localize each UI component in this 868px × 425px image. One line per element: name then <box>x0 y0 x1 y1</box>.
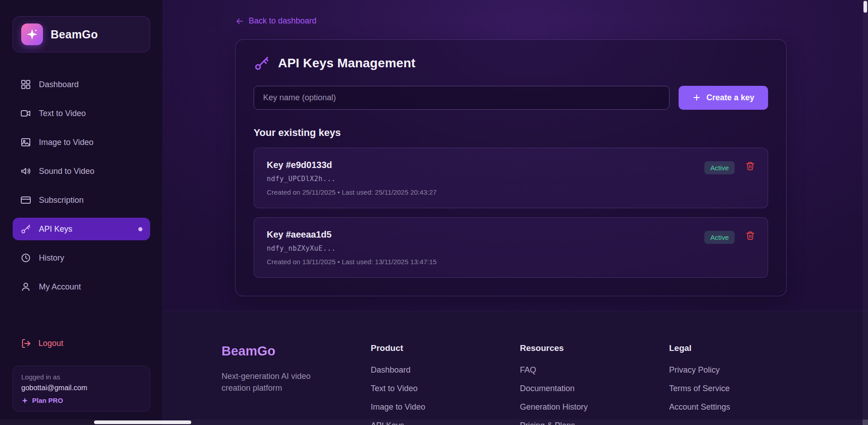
logout-icon <box>21 338 31 349</box>
footer-link-image-to-video[interactable]: Image to Video <box>371 403 520 411</box>
key-name-input[interactable] <box>254 86 670 110</box>
sidebar-item-label: Sound to Video <box>39 167 94 176</box>
key-row: Key #aeeaa1d5 ndfy_nbZXyXuE... Created o… <box>254 217 768 278</box>
sidebar-item-image-to-video[interactable]: Image to Video <box>13 131 150 154</box>
plus-icon <box>692 93 701 102</box>
create-key-label: Create a key <box>706 93 754 103</box>
sidebar-item-dashboard[interactable]: Dashboard <box>13 73 150 96</box>
status-badge: Active <box>704 231 735 244</box>
sidebar-item-subscription[interactable]: Subscription <box>13 189 150 211</box>
key-meta: Created on 13/11/2025 • Last used: 13/11… <box>267 258 437 266</box>
footer-column-title: Product <box>371 344 520 352</box>
active-indicator-dot <box>138 227 142 231</box>
existing-keys-heading: Your existing keys <box>254 127 768 139</box>
horizontal-scrollbar-thumb[interactable] <box>94 420 191 424</box>
back-arrow-icon <box>235 17 244 26</box>
plan-sparkle-icon <box>21 397 28 404</box>
footer-link-dashboard[interactable]: Dashboard <box>371 366 520 374</box>
footer-brand: BeamGo <box>222 344 371 359</box>
logo-text: BeamGo <box>51 28 98 41</box>
sidebar-item-label: History <box>39 253 64 263</box>
footer-link-privacy-policy[interactable]: Privacy Policy <box>669 366 868 374</box>
page-title: API Keys Management <box>278 56 415 70</box>
footer-column-resources: Resources FAQ Documentation Generation H… <box>520 344 669 425</box>
sidebar: BeamGo Dashboard Text to Video Image to … <box>0 0 163 425</box>
user-icon <box>20 281 31 292</box>
footer-column-legal: Legal Privacy Policy Terms of Service Ac… <box>669 344 868 425</box>
sidebar-item-label: My Account <box>39 282 81 292</box>
scrollbar-corner <box>863 420 868 425</box>
footer-column-product: Product Dashboard Text to Video Image to… <box>371 344 520 425</box>
sidebar-item-my-account[interactable]: My Account <box>13 276 150 298</box>
main-area: Back to dashboard API Keys Management Cr… <box>163 0 868 425</box>
back-to-dashboard-link[interactable]: Back to dashboard <box>235 16 316 26</box>
footer-tagline: Next-generation AI video creation platfo… <box>222 370 328 394</box>
footer-column-title: Legal <box>669 344 868 352</box>
sidebar-item-api-keys[interactable]: API Keys <box>13 218 150 240</box>
back-link-label: Back to dashboard <box>249 16 316 26</box>
footer-link-documentation[interactable]: Documentation <box>520 384 669 392</box>
sidebar-item-label: Image to Video <box>39 138 94 147</box>
logo[interactable]: BeamGo <box>13 16 150 52</box>
key-actions: Active <box>704 160 755 196</box>
vertical-scrollbar-thumb[interactable] <box>863 1 867 13</box>
sidebar-nav: Dashboard Text to Video Image to Video S… <box>13 73 150 298</box>
create-key-button[interactable]: Create a key <box>679 86 768 110</box>
sidebar-item-label: API Keys <box>39 224 72 234</box>
footer-column-title: Resources <box>520 344 669 352</box>
sidebar-item-label: Dashboard <box>39 80 79 89</box>
credit-card-icon <box>20 195 31 205</box>
key-actions: Active <box>704 229 755 266</box>
speaker-icon <box>20 166 31 177</box>
account-card: Logged in as gobottai@gmail.com Plan PRO <box>13 366 150 411</box>
footer-brand-column: BeamGo Next-generation AI video creation… <box>222 344 371 425</box>
key-name: Key #e9d0133d <box>267 160 437 170</box>
footer: BeamGo Next-generation AI video creation… <box>163 311 868 425</box>
key-prefix: ndfy_UPCDlX2h... <box>267 175 437 183</box>
key-icon <box>254 55 270 71</box>
video-camera-icon <box>20 108 31 119</box>
image-icon <box>20 137 31 148</box>
dashboard-icon <box>20 79 31 90</box>
key-info: Key #e9d0133d ndfy_UPCDlX2h... Created o… <box>267 160 437 196</box>
account-email: gobottai@gmail.com <box>21 384 142 392</box>
logout-button[interactable]: Logout <box>13 334 150 353</box>
delete-key-button[interactable] <box>745 161 755 171</box>
sidebar-item-label: Text to Video <box>39 109 86 118</box>
plan-badge: Plan PRO <box>21 397 142 404</box>
beamgo-logo-icon <box>21 23 43 45</box>
footer-link-text-to-video[interactable]: Text to Video <box>371 384 520 392</box>
horizontal-scrollbar <box>0 420 863 425</box>
logout-label: Logout <box>38 339 63 348</box>
key-icon <box>20 224 31 234</box>
panel-header: API Keys Management <box>254 55 768 71</box>
sidebar-item-sound-to-video[interactable]: Sound to Video <box>13 160 150 182</box>
plan-label: Plan PRO <box>32 397 63 404</box>
delete-key-button[interactable] <box>745 231 755 240</box>
sidebar-item-history[interactable]: History <box>13 247 150 269</box>
create-key-form: Create a key <box>254 86 768 110</box>
vertical-scrollbar <box>863 0 868 420</box>
key-row: Key #e9d0133d ndfy_UPCDlX2h... Created o… <box>254 148 768 208</box>
status-badge: Active <box>704 161 735 174</box>
footer-link-faq[interactable]: FAQ <box>520 366 669 374</box>
footer-link-generation-history[interactable]: Generation History <box>520 403 669 411</box>
page-content: Back to dashboard API Keys Management Cr… <box>163 0 868 311</box>
history-icon <box>20 252 31 263</box>
footer-link-terms-of-service[interactable]: Terms of Service <box>669 384 868 392</box>
sidebar-item-label: Subscription <box>39 196 84 205</box>
sidebar-item-text-to-video[interactable]: Text to Video <box>13 102 150 125</box>
key-info: Key #aeeaa1d5 ndfy_nbZXyXuE... Created o… <box>267 229 437 266</box>
key-name: Key #aeeaa1d5 <box>267 229 437 240</box>
logged-in-as-label: Logged in as <box>21 373 142 381</box>
footer-link-account-settings[interactable]: Account Settings <box>669 403 868 411</box>
key-prefix: ndfy_nbZXyXuE... <box>267 244 437 252</box>
api-keys-panel: API Keys Management Create a key Your ex… <box>235 39 787 296</box>
key-meta: Created on 25/11/2025 • Last used: 25/11… <box>267 188 437 196</box>
